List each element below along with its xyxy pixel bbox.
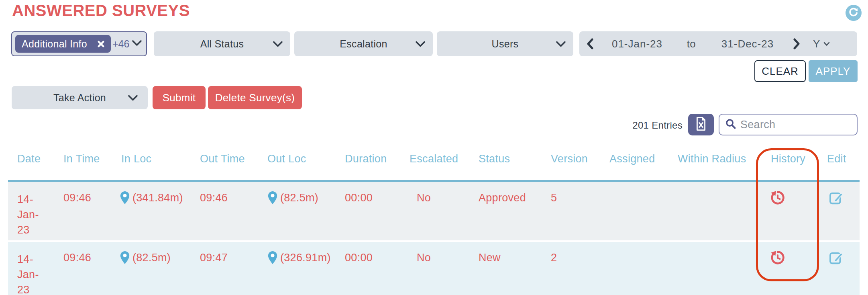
cell-out-time: 09:46 (200, 192, 228, 204)
column-header-assigned: Assigned (609, 153, 655, 165)
next-period-icon[interactable] (786, 38, 807, 49)
column-header-status: Status (479, 153, 510, 165)
cell-in-time: 09:46 (63, 192, 91, 204)
column-header-escalated: Escalated (410, 153, 458, 165)
date-from[interactable]: 01-Jan-23 (601, 38, 673, 50)
search-icon (725, 118, 736, 131)
column-header-date: Date (17, 153, 41, 165)
cell-date: 14-Jan-23 (17, 252, 49, 295)
location-pin-icon[interactable] (267, 191, 278, 207)
chevron-down-icon (273, 38, 283, 50)
column-header-out-loc: Out Loc (267, 153, 306, 165)
column-header-duration: Duration (345, 153, 387, 165)
chevron-down-icon (415, 38, 426, 50)
date-range-separator: to (673, 38, 709, 50)
take-action-select[interactable]: Take Action (12, 86, 148, 109)
date-to[interactable]: 31-Dec-23 (709, 38, 786, 50)
interval-select-value: Y (813, 38, 820, 50)
interval-select[interactable]: Y (813, 38, 830, 50)
edit-icon[interactable] (829, 190, 844, 208)
cell-out-time: 09:47 (200, 252, 228, 264)
column-header-version: Version (551, 153, 588, 165)
column-header-in-loc: In Loc (121, 153, 151, 165)
entries-count: 201 Entries (626, 120, 683, 131)
chevron-down-icon (823, 42, 830, 46)
selected-filter-chip[interactable]: Additional Info (15, 35, 111, 53)
escalation-select[interactable]: Escalation (294, 31, 433, 56)
search-box (719, 114, 858, 135)
column-header-in-time: In Time (63, 153, 100, 165)
cell-status: New (479, 252, 501, 264)
chip-label: Additional Info (22, 38, 87, 50)
users-select-value: Users (492, 38, 519, 50)
cell-out-loc: (326.91m) (280, 252, 331, 264)
history-icon[interactable] (770, 190, 785, 208)
cell-out-loc: (82.5m) (280, 192, 318, 204)
cell-escalated: No (417, 252, 431, 264)
table-row: 14-Jan-23 09:46 (341.84m) 09:46 (82.5m) … (8, 182, 860, 240)
search-input[interactable] (740, 119, 868, 131)
escalation-select-value: Escalation (340, 38, 387, 50)
excel-file-icon (695, 117, 707, 133)
cell-in-time: 09:46 (63, 252, 91, 264)
chip-remove-icon[interactable] (98, 38, 104, 50)
chevron-down-icon (128, 92, 138, 104)
delete-surveys-button[interactable]: Delete Survey(s) (208, 86, 302, 109)
page-title: ANSWERED SURVEYS (12, 2, 190, 20)
chevron-down-icon (132, 40, 142, 48)
apply-button[interactable]: APPLY (809, 60, 858, 82)
refresh-icon (848, 7, 859, 19)
history-icon[interactable] (770, 250, 785, 268)
cell-version: 5 (551, 192, 557, 204)
column-header-within-radius: Within Radius (678, 153, 746, 165)
edit-icon[interactable] (829, 250, 844, 268)
cell-duration: 00:00 (345, 252, 373, 264)
cell-version: 2 (551, 252, 557, 264)
column-header-edit: Edit (827, 153, 846, 165)
date-range-picker: 01-Jan-23 to 31-Dec-23 Y (579, 31, 857, 56)
column-header-history: History (771, 153, 805, 165)
submit-button[interactable]: Submit (153, 86, 206, 109)
chevron-down-icon (556, 38, 566, 50)
column-header-out-time: Out Time (200, 153, 245, 165)
cell-duration: 00:00 (345, 192, 373, 204)
status-select-value: All Status (200, 38, 244, 50)
users-select[interactable]: Users (437, 31, 573, 56)
location-pin-icon[interactable] (267, 251, 278, 267)
more-selected-count: +46 (112, 38, 129, 50)
take-action-value: Take Action (53, 92, 106, 104)
cell-escalated: No (417, 192, 431, 204)
cell-date: 14-Jan-23 (17, 192, 49, 238)
table-row: 14-Jan-23 09:46 (82.5m) 09:47 (326.91m) … (8, 242, 860, 295)
cell-in-loc: (82.5m) (132, 252, 171, 264)
clear-button[interactable]: CLEAR (754, 60, 806, 82)
location-pin-icon[interactable] (120, 251, 130, 267)
survey-type-multiselect[interactable]: Additional Info +46 (11, 31, 147, 56)
refresh-button[interactable] (846, 5, 862, 21)
status-select[interactable]: All Status (154, 31, 290, 56)
location-pin-icon[interactable] (120, 191, 130, 207)
previous-period-icon[interactable] (579, 38, 601, 49)
export-excel-button[interactable] (688, 114, 714, 135)
cell-status: Approved (479, 192, 526, 204)
cell-in-loc: (341.84m) (132, 192, 183, 204)
